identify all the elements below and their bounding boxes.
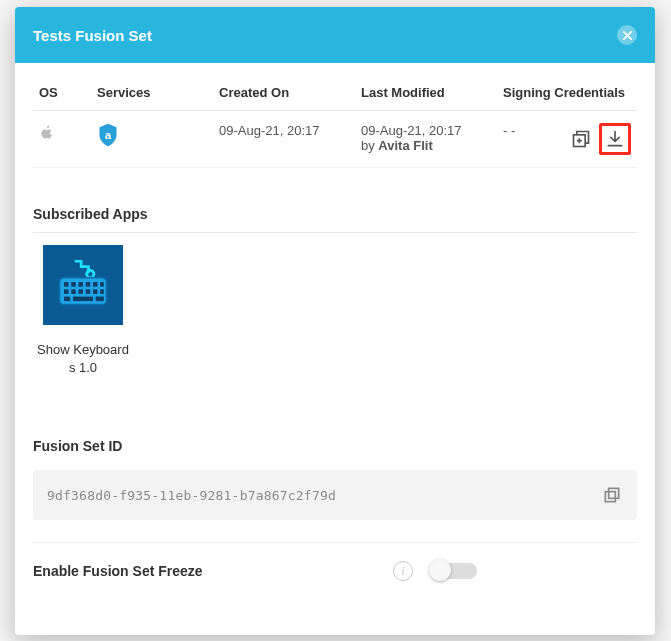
col-header-modified: Last Modified	[355, 81, 497, 111]
col-header-credentials: Signing Credentials	[497, 81, 637, 111]
os-cell	[33, 111, 91, 168]
duplicate-icon[interactable]	[569, 127, 593, 151]
modal-title: Tests Fusion Set	[33, 27, 152, 44]
table-row[interactable]: a 09-Aug-21, 20:17 09-Aug-21, 20:17 by A…	[33, 111, 637, 168]
svg-rect-13	[64, 289, 69, 294]
col-header-created: Created On	[213, 81, 355, 111]
svg-rect-16	[86, 289, 91, 294]
app-tile	[43, 245, 123, 325]
created-on-cell: 09-Aug-21, 20:17	[213, 111, 355, 168]
fusion-set-id-value: 9df368d0-f935-11eb-9281-b7a867c2f79d	[47, 488, 336, 503]
modal-body: OS Services Created On Last Modified Sig…	[15, 63, 655, 635]
subscribed-apps-heading: Subscribed Apps	[33, 206, 637, 222]
svg-rect-8	[71, 282, 76, 287]
modal-header: Tests Fusion Set	[15, 7, 655, 63]
svg-rect-22	[605, 492, 615, 502]
copy-icon[interactable]	[601, 484, 623, 506]
row-actions	[569, 123, 631, 155]
svg-rect-7	[64, 282, 69, 287]
last-modified-cell: 09-Aug-21, 20:17 by Avita Flit	[355, 111, 497, 168]
col-header-services: Services	[91, 81, 213, 111]
app-card[interactable]: Show Keyboard s 1.0	[33, 245, 133, 376]
svg-rect-12	[100, 282, 104, 287]
fusion-sets-table: OS Services Created On Last Modified Sig…	[33, 81, 637, 168]
freeze-toggle[interactable]	[431, 563, 477, 579]
keyboard-icon	[54, 254, 112, 316]
svg-rect-10	[86, 282, 91, 287]
svg-point-5	[87, 270, 94, 277]
modified-by-line: by Avita Flit	[361, 138, 491, 153]
divider	[33, 232, 637, 233]
svg-rect-11	[93, 282, 98, 287]
svg-rect-18	[100, 289, 104, 294]
fusion-set-id-heading: Fusion Set ID	[33, 438, 637, 454]
credentials-cell: - -	[497, 111, 637, 168]
freeze-row: Enable Fusion Set Freeze i	[33, 561, 637, 601]
modified-by-user-link[interactable]: Avita Flit	[378, 138, 432, 153]
fusion-set-id-row: 9df368d0-f935-11eb-9281-b7a867c2f79d	[33, 470, 637, 520]
info-icon[interactable]: i	[393, 561, 413, 581]
modified-date: 09-Aug-21, 20:17	[361, 123, 491, 138]
apple-icon	[39, 129, 55, 144]
svg-rect-23	[609, 488, 619, 498]
svg-rect-15	[78, 289, 83, 294]
svg-rect-9	[78, 282, 83, 287]
shield-icon: a	[97, 123, 119, 147]
svg-rect-14	[71, 289, 76, 294]
toggle-knob	[429, 559, 451, 581]
svg-rect-19	[64, 297, 70, 302]
app-name: Show Keyboard s 1.0	[33, 341, 133, 376]
fusion-set-modal: Tests Fusion Set OS Services Created On …	[15, 7, 655, 635]
close-icon[interactable]	[617, 25, 637, 45]
svg-rect-21	[96, 297, 104, 302]
freeze-label: Enable Fusion Set Freeze	[33, 563, 203, 579]
services-cell: a	[91, 111, 213, 168]
download-icon[interactable]	[599, 123, 631, 155]
credentials-value: - -	[503, 123, 515, 138]
svg-text:a: a	[105, 129, 112, 141]
col-header-os: OS	[33, 81, 91, 111]
divider	[33, 542, 637, 543]
table-header-row: OS Services Created On Last Modified Sig…	[33, 81, 637, 111]
svg-rect-20	[73, 297, 93, 302]
svg-rect-17	[93, 289, 98, 294]
